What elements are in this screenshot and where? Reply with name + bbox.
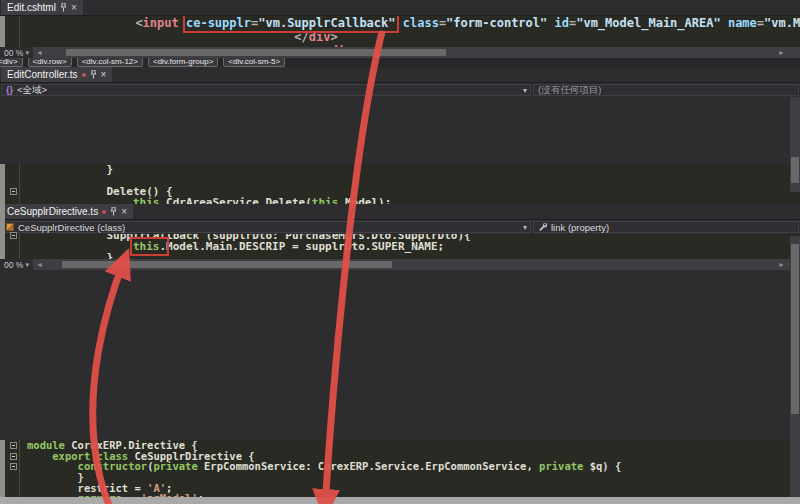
code-text: <input ce-supplr="vm.SupplrCallback" cla… bbox=[27, 16, 800, 30]
code-token: private bbox=[539, 460, 583, 472]
member-dropdown-value: link (property) bbox=[551, 222, 609, 233]
zoom-control[interactable]: 00 %▾ bbox=[0, 259, 33, 270]
zoom-level: 00 % bbox=[4, 260, 23, 270]
code-token: < bbox=[135, 16, 142, 30]
scroll-left-icon[interactable]: ◄ bbox=[33, 261, 46, 268]
scope-dropdown[interactable]: {} <全域> ▾ bbox=[1, 84, 531, 96]
tab-label: EditController.ts bbox=[7, 69, 78, 80]
navigation-bar: {} <全域> ▾ (沒有任何項目) bbox=[0, 83, 800, 97]
close-icon[interactable]: × bbox=[71, 3, 77, 13]
scope-icon: {} bbox=[6, 85, 13, 95]
type-dropdown[interactable]: CeSupplrDirective (class) ▾ bbox=[1, 221, 531, 233]
code-line: constructor(private ErpCommonService: Co… bbox=[0, 461, 800, 472]
horizontal-scrollbar[interactable]: 00 %▾ ◄ ► bbox=[0, 47, 800, 58]
fold-toggle[interactable] bbox=[10, 442, 17, 449]
fold-toggle[interactable] bbox=[10, 453, 17, 460]
code-token: $q) { bbox=[583, 460, 621, 472]
code-text: </div> bbox=[27, 30, 338, 44]
code-token bbox=[396, 16, 403, 30]
code-token: > bbox=[330, 30, 337, 44]
dropdown-caret-icon: ▾ bbox=[25, 261, 29, 269]
vertical-scrollbar[interactable] bbox=[790, 236, 800, 497]
tag-breadcrumbs: <div><div.row><div.col-sm-12><div.form-g… bbox=[0, 57, 800, 67]
gutter bbox=[0, 440, 27, 449]
window-bottom-edge bbox=[0, 497, 800, 504]
modified-dot bbox=[102, 210, 106, 214]
navigation-bar: CeSupplrDirective (class) ▾ link (proper… bbox=[0, 220, 800, 234]
fold-toggle[interactable] bbox=[10, 188, 17, 195]
tab-editcontroller-ts[interactable]: EditController.ts × bbox=[1, 67, 112, 82]
breadcrumb-chip[interactable]: <div.col-sm-5> bbox=[223, 57, 285, 67]
scroll-left-icon[interactable]: ◄ bbox=[33, 49, 46, 56]
tab-edit-cshtml[interactable]: Edit.cshtml × bbox=[1, 0, 83, 15]
code-text: } bbox=[27, 164, 113, 175]
code-text: constructor(private ErpCommonService: Co… bbox=[27, 461, 621, 472]
code-token: ce-supplr bbox=[186, 16, 251, 30]
gutter bbox=[0, 230, 27, 239]
code-line: } bbox=[0, 164, 800, 175]
code-token: constructor bbox=[78, 460, 148, 472]
member-dropdown-value: (沒有任何項目) bbox=[538, 84, 601, 97]
pin-icon[interactable] bbox=[60, 3, 67, 12]
scrollbar-thumb[interactable] bbox=[791, 244, 799, 414]
code-editor-directive[interactable]: module CorexERP.Directive { export class… bbox=[0, 440, 800, 504]
fold-toggle[interactable] bbox=[10, 463, 17, 470]
code-line: <input ce-supplr="vm.SupplrCallback" cla… bbox=[0, 16, 800, 30]
code-token bbox=[179, 16, 186, 30]
breadcrumb-chip[interactable]: <div.row> bbox=[28, 57, 72, 67]
editor-pane-top: Edit.cshtml × <input ce-supplr="vm.Suppl… bbox=[0, 0, 800, 67]
code-token: input bbox=[143, 16, 179, 30]
zoom-level: 00 % bbox=[4, 48, 23, 58]
tab-label: CeSupplrDirective.ts bbox=[7, 206, 98, 217]
code-token bbox=[547, 16, 554, 30]
code-token: "vm.SupplrCallback" bbox=[258, 16, 395, 30]
zoom-control[interactable]: 00 %▾ bbox=[0, 47, 33, 58]
scope-dropdown-value: <全域> bbox=[17, 84, 47, 97]
tab-strip-middle: EditController.ts × bbox=[0, 67, 800, 83]
member-dropdown[interactable]: (沒有任何項目) bbox=[533, 84, 799, 96]
dropdown-caret-icon: ▾ bbox=[523, 86, 527, 95]
code-token: "vm_Model_Main_AREA" bbox=[576, 16, 721, 30]
code-token: name bbox=[728, 16, 757, 30]
code-line: </div> bbox=[0, 30, 800, 44]
scrollbar-thumb[interactable] bbox=[62, 261, 392, 268]
modified-dot bbox=[82, 73, 86, 77]
scrollbar-thumb[interactable] bbox=[791, 157, 799, 183]
code-token: class bbox=[403, 16, 439, 30]
code-token: "form-control" bbox=[446, 16, 547, 30]
close-icon[interactable]: × bbox=[101, 70, 107, 80]
horizontal-scrollbar[interactable]: 00 %▾ ◄ ► bbox=[0, 259, 800, 270]
gutter-line bbox=[19, 16, 20, 47]
code-token: this bbox=[133, 240, 160, 253]
scroll-right-icon[interactable]: ► bbox=[775, 49, 788, 56]
code-token: ErpCommonService: CorexERP.Service.ErpCo… bbox=[198, 460, 539, 472]
fold-toggle[interactable] bbox=[10, 232, 17, 239]
tab-cesupplrdirective-ts[interactable]: CeSupplrDirective.ts × bbox=[1, 204, 133, 219]
code-token: } bbox=[27, 164, 113, 176]
tab-strip-bottom: CeSupplrDirective.ts × bbox=[0, 204, 800, 220]
vertical-scrollbar[interactable] bbox=[790, 97, 800, 192]
code-token: id bbox=[555, 16, 569, 30]
gutter-line bbox=[19, 440, 20, 504]
annotation-box: this. bbox=[133, 240, 166, 253]
dropdown-caret-icon: ▾ bbox=[25, 49, 29, 57]
close-icon[interactable]: × bbox=[121, 207, 127, 217]
breadcrumb-chip[interactable]: <div.form-group> bbox=[148, 57, 218, 67]
tab-label: Edit.cshtml bbox=[7, 2, 56, 13]
breadcrumb-chip[interactable]: <div.col-sm-12> bbox=[77, 57, 143, 67]
code-token: . bbox=[159, 240, 166, 253]
code-editor-cshtml[interactable]: <input ce-supplr="vm.SupplrCallback" cla… bbox=[0, 16, 800, 47]
editor-pane-bottom: CeSupplrDirective.ts × CeSupplrDirective… bbox=[0, 204, 800, 497]
code-token bbox=[721, 16, 728, 30]
member-dropdown[interactable]: link (property) bbox=[533, 221, 799, 233]
gutter bbox=[0, 461, 27, 470]
code-token bbox=[27, 30, 294, 44]
code-token: </ bbox=[294, 30, 308, 44]
pin-icon[interactable] bbox=[90, 70, 97, 79]
scroll-right-icon[interactable]: ► bbox=[775, 261, 788, 268]
scrollbar-thumb[interactable] bbox=[66, 49, 446, 56]
pin-icon[interactable] bbox=[110, 207, 117, 216]
breadcrumb-chip[interactable]: <div> bbox=[0, 57, 23, 67]
wrench-icon bbox=[538, 222, 547, 233]
editor-pane-middle: EditController.ts × {} <全域> ▾ (沒有任何項目) }… bbox=[0, 67, 800, 204]
